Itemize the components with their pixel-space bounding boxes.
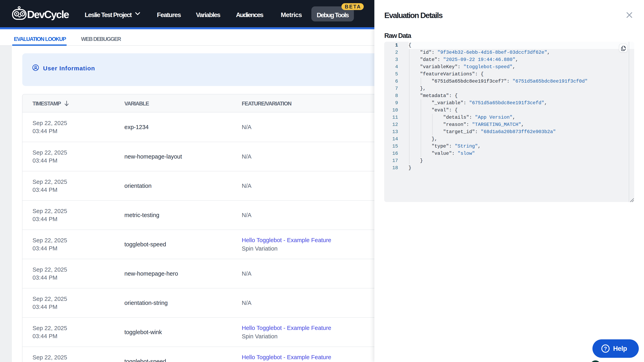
svg-text:?: ?: [604, 346, 607, 351]
